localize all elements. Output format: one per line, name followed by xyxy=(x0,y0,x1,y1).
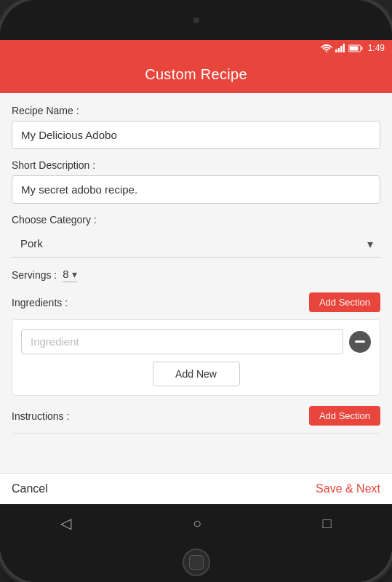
category-select[interactable]: Pork Chicken Beef Seafood Vegetable xyxy=(12,230,380,258)
save-next-button[interactable]: Save & Next xyxy=(316,482,380,495)
status-bar: 1:49 xyxy=(0,40,392,56)
bottom-bezel xyxy=(0,542,392,582)
svg-rect-6 xyxy=(349,46,358,50)
servings-label: Servings : xyxy=(12,269,57,281)
remove-ingredient-button[interactable] xyxy=(349,331,371,353)
instructions-divider xyxy=(12,433,380,434)
app-bar: Custom Recipe xyxy=(0,56,392,93)
svg-rect-2 xyxy=(337,48,340,52)
svg-rect-7 xyxy=(361,47,362,49)
camera xyxy=(193,17,199,23)
short-description-input[interactable] xyxy=(12,175,380,204)
back-button[interactable]: ◁ xyxy=(46,509,86,538)
battery-icon xyxy=(348,44,363,52)
ingredients-label: Ingredients : xyxy=(12,297,68,308)
content-area: Recipe Name : Short Description : Choose… xyxy=(0,93,392,473)
ingredients-header-row: Ingredients : Add Section xyxy=(12,292,380,312)
ingredient-row xyxy=(21,329,371,354)
svg-rect-1 xyxy=(335,49,337,52)
servings-value: 8 xyxy=(63,268,68,280)
physical-home-button[interactable] xyxy=(183,549,210,576)
category-dropdown-container: Pork Chicken Beef Seafood Vegetable ▾ xyxy=(12,230,380,258)
recipe-name-input[interactable] xyxy=(12,121,380,149)
device-frame: 1:49 Custom Recipe Recipe Name : Short D… xyxy=(0,0,392,582)
choose-category-label: Choose Category : xyxy=(12,214,380,226)
home-button-inner xyxy=(189,555,204,570)
servings-dropdown[interactable]: 8 ▾ xyxy=(63,268,76,282)
add-section-ingredients-button[interactable]: Add Section xyxy=(309,292,380,312)
screen: 1:49 Custom Recipe Recipe Name : Short D… xyxy=(0,40,392,542)
app-bar-title: Custom Recipe xyxy=(145,66,247,83)
servings-row: Servings : 8 ▾ xyxy=(12,268,380,282)
top-bezel xyxy=(0,0,392,40)
add-new-button[interactable]: Add New xyxy=(153,362,240,386)
clock: 1:49 xyxy=(368,43,385,53)
bottom-action-bar: Cancel Save & Next xyxy=(0,473,392,504)
short-description-label: Short Description : xyxy=(12,159,380,171)
ingredients-box: Add New xyxy=(12,319,380,396)
minus-icon xyxy=(355,340,365,343)
signal-icon xyxy=(335,44,345,52)
recent-button[interactable]: □ xyxy=(308,509,346,538)
svg-rect-3 xyxy=(340,46,343,52)
wifi-icon xyxy=(321,44,332,52)
status-icons: 1:49 xyxy=(321,43,385,53)
add-section-instructions-button[interactable]: Add Section xyxy=(309,406,380,426)
recipe-name-label: Recipe Name : xyxy=(12,105,380,116)
home-button[interactable]: ○ xyxy=(178,509,216,538)
instructions-header-row: Instructions : Add Section xyxy=(12,406,380,426)
instructions-label: Instructions : xyxy=(12,410,69,422)
cancel-button[interactable]: Cancel xyxy=(12,482,48,495)
svg-rect-4 xyxy=(343,44,345,52)
svg-point-0 xyxy=(326,51,327,52)
ingredient-input[interactable] xyxy=(21,329,343,354)
servings-arrow: ▾ xyxy=(72,268,77,280)
nav-bar: ◁ ○ □ xyxy=(0,504,392,542)
